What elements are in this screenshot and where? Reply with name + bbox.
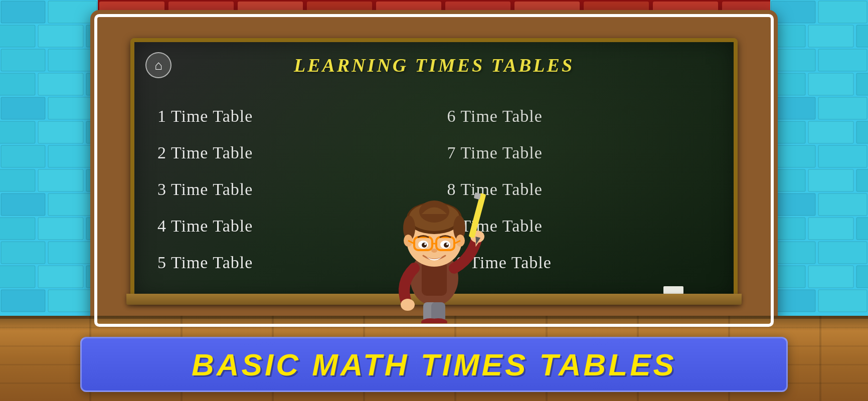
svg-rect-49 bbox=[771, 145, 815, 167]
svg-point-213 bbox=[424, 243, 426, 245]
home-button[interactable]: ⌂ bbox=[145, 52, 171, 78]
banner-text: BASIC MATH TIMES TABLES bbox=[192, 347, 676, 382]
right-brick-panel bbox=[770, 0, 868, 326]
svg-rect-42 bbox=[808, 73, 853, 95]
svg-rect-19 bbox=[38, 169, 83, 191]
svg-rect-32 bbox=[48, 290, 97, 312]
svg-rect-59 bbox=[771, 242, 815, 264]
svg-rect-31 bbox=[1, 290, 45, 312]
svg-point-211 bbox=[422, 243, 427, 248]
svg-rect-9 bbox=[38, 73, 83, 95]
character bbox=[379, 163, 489, 323]
svg-rect-6 bbox=[1, 49, 45, 71]
svg-rect-50 bbox=[818, 145, 867, 167]
svg-rect-44 bbox=[771, 97, 815, 119]
svg-rect-1 bbox=[1, 1, 45, 23]
left-brick-panel bbox=[0, 0, 98, 326]
svg-rect-39 bbox=[771, 49, 815, 71]
svg-rect-60 bbox=[818, 242, 867, 264]
svg-rect-47 bbox=[808, 121, 853, 143]
svg-point-215 bbox=[431, 249, 437, 253]
svg-rect-17 bbox=[48, 145, 97, 167]
svg-rect-37 bbox=[808, 25, 853, 47]
svg-rect-11 bbox=[1, 97, 45, 119]
svg-rect-48 bbox=[856, 121, 868, 143]
svg-rect-35 bbox=[818, 1, 867, 23]
svg-rect-57 bbox=[808, 218, 853, 240]
svg-rect-55 bbox=[818, 193, 867, 216]
svg-rect-54 bbox=[771, 193, 815, 216]
svg-rect-53 bbox=[856, 169, 868, 191]
svg-rect-21 bbox=[1, 193, 45, 216]
svg-rect-38 bbox=[856, 25, 868, 47]
svg-rect-58 bbox=[856, 218, 868, 240]
bottom-banner: BASIC MATH TIMES TABLES bbox=[80, 337, 788, 392]
svg-rect-63 bbox=[856, 266, 868, 288]
svg-rect-64 bbox=[771, 290, 815, 312]
svg-rect-4 bbox=[38, 25, 83, 47]
svg-rect-13 bbox=[0, 121, 35, 143]
svg-rect-16 bbox=[1, 145, 45, 167]
svg-rect-8 bbox=[0, 73, 35, 95]
svg-rect-14 bbox=[38, 121, 83, 143]
svg-rect-22 bbox=[48, 193, 97, 216]
svg-rect-62 bbox=[808, 266, 853, 288]
svg-rect-43 bbox=[856, 73, 868, 95]
svg-point-214 bbox=[446, 243, 448, 245]
svg-rect-18 bbox=[0, 169, 35, 191]
svg-rect-7 bbox=[48, 49, 97, 71]
svg-point-212 bbox=[444, 243, 449, 248]
svg-rect-40 bbox=[818, 49, 867, 71]
svg-rect-3 bbox=[0, 25, 35, 47]
svg-rect-29 bbox=[38, 266, 83, 288]
background: ⌂ LEARNING TIMES TABLES 1 Time Table 2 T… bbox=[0, 0, 868, 401]
svg-rect-12 bbox=[48, 97, 97, 119]
svg-rect-28 bbox=[0, 266, 35, 288]
svg-rect-45 bbox=[818, 97, 867, 119]
svg-rect-52 bbox=[808, 169, 853, 191]
svg-point-216 bbox=[401, 299, 415, 311]
svg-rect-26 bbox=[1, 242, 45, 264]
svg-rect-23 bbox=[0, 218, 35, 240]
svg-rect-24 bbox=[38, 218, 83, 240]
svg-rect-34 bbox=[771, 1, 815, 23]
svg-rect-65 bbox=[818, 290, 867, 312]
svg-rect-27 bbox=[48, 242, 97, 264]
home-icon: ⌂ bbox=[154, 58, 162, 73]
svg-rect-2 bbox=[48, 1, 97, 23]
